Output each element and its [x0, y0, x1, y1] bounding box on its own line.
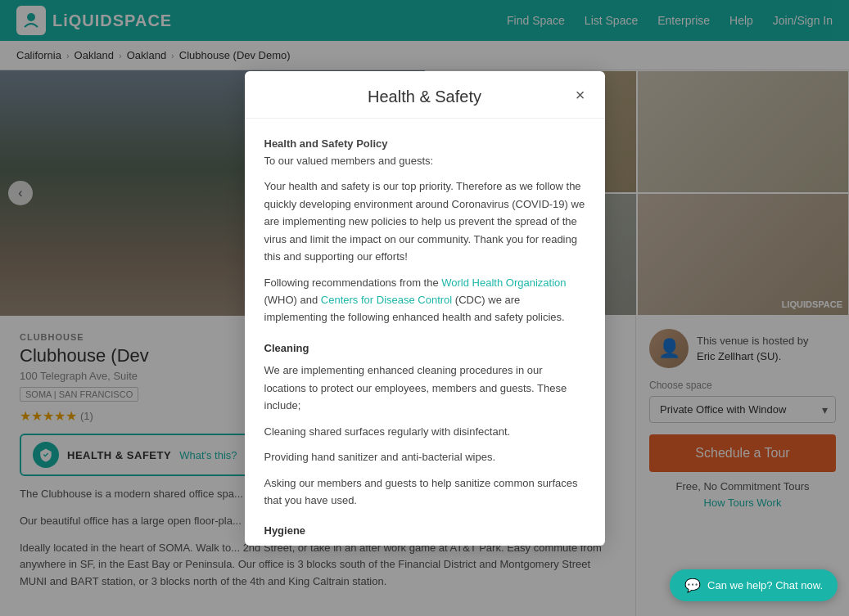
health-safety-modal: Health & Safety × Health and Safety Poli…: [245, 71, 605, 546]
hygiene-heading: Hygiene: [264, 522, 585, 539]
cleaning-heading: Cleaning: [264, 339, 585, 357]
modal-para2-prefix: Following recommendations from the: [264, 277, 442, 289]
cleaning-item-3: Asking our members and guests to help sa…: [264, 474, 585, 510]
chat-bubble[interactable]: 💬 Can we help? Chat now.: [670, 569, 838, 601]
chat-icon: 💬: [684, 578, 701, 593]
modal-header: Health & Safety ×: [245, 71, 605, 119]
modal-para1: Your health and safety is our top priori…: [264, 178, 585, 265]
modal-body: Health and Safety Policy To our valued m…: [245, 119, 605, 546]
cleaning-item-1: Cleaning shared surfaces regularly with …: [264, 423, 585, 440]
cleaning-text: We are implementing enhanced cleaning pr…: [264, 362, 585, 414]
who-link[interactable]: World Health Organization: [441, 277, 566, 289]
modal-overlay[interactable]: Health & Safety × Health and Safety Poli…: [0, 0, 849, 616]
modal-close-button[interactable]: ×: [569, 84, 592, 107]
modal-para2: Following recommendations from the World…: [264, 274, 585, 326]
modal-intro: To our valued members and guests:: [264, 152, 585, 169]
modal-para2-mid: (WHO) and: [264, 294, 321, 306]
hygiene-text: Please follow these important guidelines…: [264, 545, 585, 546]
policy-heading: Health and Safety Policy: [264, 137, 388, 150]
cdc-link[interactable]: Centers for Disease Control: [321, 294, 452, 306]
cleaning-item-2: Providing hand sanitizer and anti-bacter…: [264, 448, 585, 465]
modal-title: Health & Safety: [368, 88, 481, 106]
chat-label: Can we help? Chat now.: [707, 579, 823, 591]
